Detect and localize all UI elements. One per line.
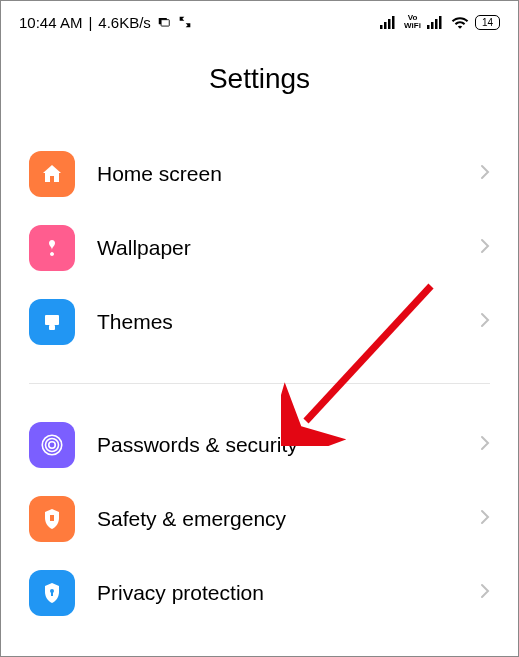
chevron-right-icon bbox=[480, 435, 490, 455]
settings-item-passwords-security[interactable]: Passwords & security bbox=[29, 408, 490, 482]
message-icon bbox=[157, 15, 171, 29]
chevron-right-icon bbox=[480, 583, 490, 603]
svg-point-12 bbox=[49, 442, 56, 449]
vowifi-icon: Vo WiFi bbox=[404, 14, 421, 30]
svg-rect-11 bbox=[49, 325, 55, 330]
battery-icon: 14 bbox=[475, 15, 500, 30]
svg-rect-9 bbox=[439, 16, 442, 29]
chevron-right-icon bbox=[480, 238, 490, 258]
settings-item-label: Themes bbox=[97, 310, 480, 334]
status-separator: | bbox=[88, 14, 92, 31]
svg-rect-4 bbox=[388, 19, 391, 29]
shield-icon bbox=[29, 570, 75, 616]
svg-rect-15 bbox=[50, 515, 54, 521]
settings-item-home-screen[interactable]: Home screen bbox=[29, 137, 490, 211]
status-bar-right: Vo WiFi 14 bbox=[380, 14, 500, 30]
svg-point-13 bbox=[46, 439, 59, 452]
settings-item-wallpaper[interactable]: Wallpaper bbox=[29, 211, 490, 285]
svg-rect-5 bbox=[392, 16, 395, 29]
status-time: 10:44 AM bbox=[19, 14, 82, 31]
settings-item-label: Privacy protection bbox=[97, 581, 480, 605]
wallpaper-icon bbox=[29, 225, 75, 271]
sync-icon bbox=[177, 14, 193, 30]
svg-rect-3 bbox=[384, 22, 387, 29]
svg-rect-10 bbox=[45, 315, 59, 325]
fingerprint-icon bbox=[29, 422, 75, 468]
settings-item-label: Home screen bbox=[97, 162, 480, 186]
signal-icon-2 bbox=[427, 15, 445, 29]
settings-item-themes[interactable]: Themes bbox=[29, 285, 490, 359]
chevron-right-icon bbox=[480, 312, 490, 332]
signal-icon bbox=[380, 15, 398, 29]
page-title: Settings bbox=[1, 63, 518, 95]
svg-rect-17 bbox=[51, 592, 53, 596]
chevron-right-icon bbox=[480, 164, 490, 184]
svg-rect-1 bbox=[161, 20, 169, 26]
settings-item-label: Safety & emergency bbox=[97, 507, 480, 531]
settings-list: Home screen Wallpaper Themes Passwords &… bbox=[1, 137, 518, 630]
status-data-rate: 4.6KB/s bbox=[98, 14, 151, 31]
wifi-icon bbox=[451, 15, 469, 29]
themes-icon bbox=[29, 299, 75, 345]
svg-rect-6 bbox=[427, 25, 430, 29]
svg-rect-2 bbox=[380, 25, 383, 29]
section-divider bbox=[29, 383, 490, 384]
chevron-right-icon bbox=[480, 509, 490, 529]
settings-item-safety-emergency[interactable]: Safety & emergency bbox=[29, 482, 490, 556]
settings-item-label: Wallpaper bbox=[97, 236, 480, 260]
settings-item-privacy-protection[interactable]: Privacy protection bbox=[29, 556, 490, 630]
settings-item-label: Passwords & security bbox=[97, 433, 480, 457]
status-bar-left: 10:44 AM | 4.6KB/s bbox=[19, 14, 193, 31]
svg-rect-8 bbox=[435, 19, 438, 29]
safety-icon bbox=[29, 496, 75, 542]
status-bar: 10:44 AM | 4.6KB/s Vo WiFi 14 bbox=[1, 1, 518, 37]
home-icon bbox=[29, 151, 75, 197]
svg-rect-7 bbox=[431, 22, 434, 29]
